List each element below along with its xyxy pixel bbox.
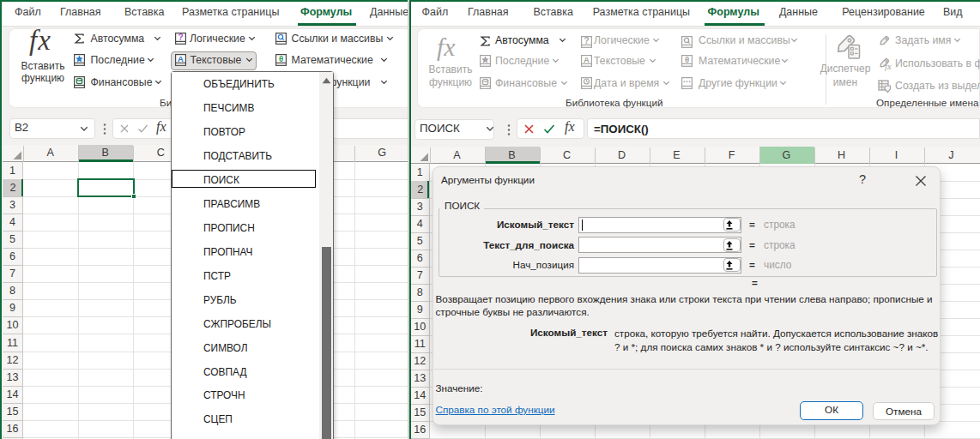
svg-text:A: A xyxy=(584,55,590,64)
svg-text:?: ? xyxy=(178,33,183,42)
svg-text:?: ? xyxy=(584,36,589,45)
svg-text:θ: θ xyxy=(685,55,689,64)
svg-text:fx: fx xyxy=(885,62,892,71)
svg-text:A: A xyxy=(178,54,184,63)
svg-text:θ: θ xyxy=(278,54,282,63)
